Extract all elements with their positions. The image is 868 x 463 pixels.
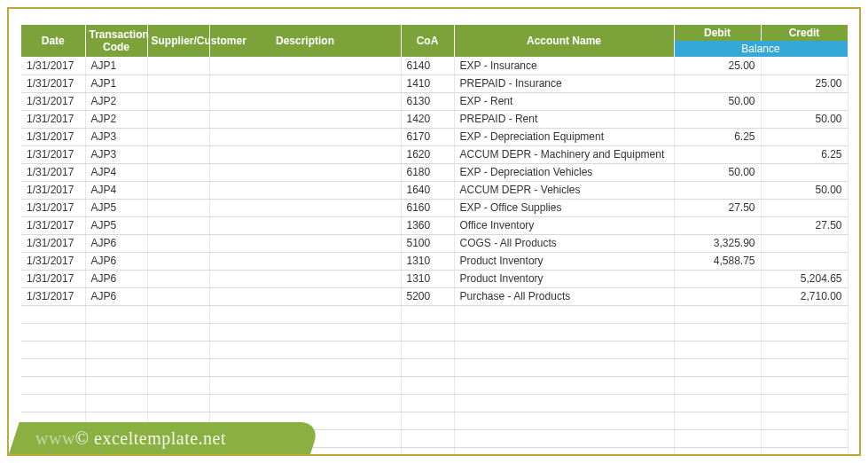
- cell-empty[interactable]: [147, 376, 209, 394]
- cell-code[interactable]: AJP3: [85, 128, 147, 145]
- cell-date[interactable]: 1/31/2017: [21, 199, 85, 216]
- cell-code[interactable]: AJP2: [85, 92, 147, 110]
- cell-coa[interactable]: 6180: [401, 163, 454, 181]
- cell-empty[interactable]: [85, 394, 147, 412]
- header-date[interactable]: Date: [21, 25, 85, 57]
- cell-empty[interactable]: [21, 323, 85, 341]
- cell-coa[interactable]: 6140: [401, 57, 454, 75]
- cell-empty[interactable]: [454, 341, 674, 358]
- cell-debit[interactable]: 50.00: [674, 92, 761, 110]
- cell-description[interactable]: [209, 145, 401, 163]
- cell-empty[interactable]: [147, 341, 209, 358]
- cell-account[interactable]: COGS - All Products: [454, 234, 674, 252]
- cell-supplier[interactable]: [147, 75, 209, 92]
- cell-account[interactable]: EXP - Rent: [454, 92, 674, 110]
- cell-debit[interactable]: [674, 270, 761, 287]
- cell-credit[interactable]: 2,710.00: [761, 287, 848, 305]
- cell-account[interactable]: EXP - Insurance: [454, 57, 674, 75]
- cell-empty[interactable]: [147, 305, 209, 323]
- cell-account[interactable]: ACCUM DEPR - Machinery and Equipment: [454, 145, 674, 163]
- cell-empty[interactable]: [454, 394, 674, 412]
- header-transaction-code[interactable]: Transaction Code: [85, 25, 147, 57]
- cell-supplier[interactable]: [147, 110, 209, 128]
- cell-credit[interactable]: 27.50: [761, 216, 848, 234]
- cell-empty[interactable]: [761, 447, 848, 456]
- cell-empty[interactable]: [454, 305, 674, 323]
- cell-empty[interactable]: [209, 376, 401, 394]
- cell-code[interactable]: AJP6: [85, 270, 147, 287]
- cell-supplier[interactable]: [147, 145, 209, 163]
- cell-debit[interactable]: [674, 287, 761, 305]
- cell-empty[interactable]: [85, 358, 147, 376]
- cell-description[interactable]: [209, 163, 401, 181]
- cell-account[interactable]: Office Inventory: [454, 216, 674, 234]
- cell-account[interactable]: ACCUM DEPR - Vehicles: [454, 181, 674, 199]
- cell-debit[interactable]: [674, 181, 761, 199]
- cell-empty[interactable]: [761, 394, 848, 412]
- cell-empty[interactable]: [85, 341, 147, 358]
- cell-empty[interactable]: [761, 358, 848, 376]
- cell-empty[interactable]: [209, 341, 401, 358]
- cell-coa[interactable]: 1620: [401, 145, 454, 163]
- cell-supplier[interactable]: [147, 270, 209, 287]
- cell-coa[interactable]: 1310: [401, 270, 454, 287]
- cell-debit[interactable]: [674, 110, 761, 128]
- cell-description[interactable]: [209, 57, 401, 75]
- cell-code[interactable]: AJP5: [85, 216, 147, 234]
- cell-date[interactable]: 1/31/2017: [21, 92, 85, 110]
- cell-code[interactable]: AJP4: [85, 181, 147, 199]
- cell-empty[interactable]: [674, 412, 761, 429]
- cell-coa[interactable]: 1310: [401, 252, 454, 270]
- cell-empty[interactable]: [674, 323, 761, 341]
- cell-code[interactable]: AJP6: [85, 234, 147, 252]
- cell-debit[interactable]: [674, 145, 761, 163]
- cell-description[interactable]: [209, 128, 401, 145]
- cell-supplier[interactable]: [147, 181, 209, 199]
- cell-coa[interactable]: 1420: [401, 110, 454, 128]
- cell-description[interactable]: [209, 270, 401, 287]
- cell-code[interactable]: AJP1: [85, 75, 147, 92]
- cell-credit[interactable]: [761, 163, 848, 181]
- cell-debit[interactable]: [674, 75, 761, 92]
- cell-code[interactable]: AJP2: [85, 110, 147, 128]
- cell-credit[interactable]: 6.25: [761, 145, 848, 163]
- cell-description[interactable]: [209, 216, 401, 234]
- header-supplier-customer[interactable]: Supplier/Customer: [147, 25, 209, 57]
- cell-empty[interactable]: [454, 323, 674, 341]
- cell-empty[interactable]: [454, 376, 674, 394]
- cell-coa[interactable]: 6170: [401, 128, 454, 145]
- cell-account[interactable]: EXP - Depreciation Vehicles: [454, 163, 674, 181]
- cell-empty[interactable]: [454, 412, 674, 429]
- cell-empty[interactable]: [21, 341, 85, 358]
- cell-date[interactable]: 1/31/2017: [21, 128, 85, 145]
- cell-empty[interactable]: [147, 358, 209, 376]
- cell-credit[interactable]: [761, 199, 848, 216]
- cell-date[interactable]: 1/31/2017: [21, 234, 85, 252]
- cell-account[interactable]: Purchase - All Products: [454, 287, 674, 305]
- cell-supplier[interactable]: [147, 92, 209, 110]
- cell-empty[interactable]: [147, 394, 209, 412]
- cell-credit[interactable]: 50.00: [761, 110, 848, 128]
- cell-supplier[interactable]: [147, 252, 209, 270]
- cell-empty[interactable]: [674, 376, 761, 394]
- cell-description[interactable]: [209, 75, 401, 92]
- cell-empty[interactable]: [674, 358, 761, 376]
- cell-credit[interactable]: [761, 57, 848, 75]
- cell-empty[interactable]: [401, 305, 454, 323]
- cell-coa[interactable]: 6160: [401, 199, 454, 216]
- cell-code[interactable]: AJP6: [85, 287, 147, 305]
- cell-description[interactable]: [209, 287, 401, 305]
- cell-description[interactable]: [209, 252, 401, 270]
- cell-code[interactable]: AJP6: [85, 252, 147, 270]
- cell-empty[interactable]: [401, 412, 454, 429]
- cell-credit[interactable]: [761, 252, 848, 270]
- header-balance[interactable]: Balance: [674, 41, 848, 57]
- cell-coa[interactable]: 5100: [401, 234, 454, 252]
- cell-account[interactable]: PREPAID - Rent: [454, 110, 674, 128]
- cell-credit[interactable]: 50.00: [761, 181, 848, 199]
- cell-empty[interactable]: [401, 447, 454, 456]
- cell-coa[interactable]: 1360: [401, 216, 454, 234]
- cell-empty[interactable]: [85, 376, 147, 394]
- cell-empty[interactable]: [401, 341, 454, 358]
- cell-empty[interactable]: [209, 305, 401, 323]
